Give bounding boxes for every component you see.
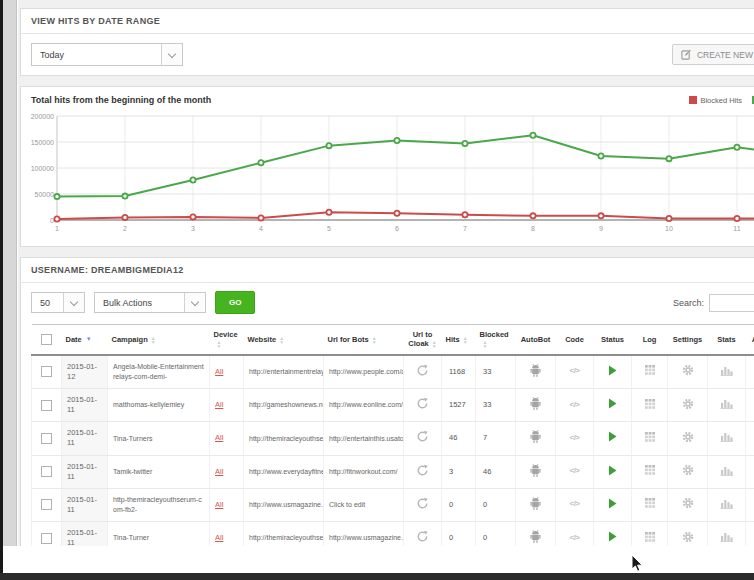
refresh-circle-icon[interactable]	[416, 364, 429, 377]
url-for-bots-cell[interactable]: http://www.usmagazine.c...	[324, 522, 404, 547]
page-size-value: 50	[32, 293, 63, 312]
table-row: 2015-01-11Tina-TurnersAllhttp://themirac…	[32, 422, 754, 455]
column-header-campaign[interactable]: Campaign▲▼	[108, 325, 210, 355]
select-all-checkbox[interactable]	[41, 334, 52, 345]
column-header-url_for_bots[interactable]: Url for Bots▲▼	[324, 325, 404, 355]
play-icon[interactable]	[608, 465, 617, 476]
play-icon[interactable]	[608, 498, 617, 509]
refresh-circle-icon[interactable]	[416, 497, 429, 510]
code-brackets-icon[interactable]: </>	[569, 366, 579, 377]
bar-chart-icon[interactable]	[720, 531, 733, 542]
url-for-bots-cell[interactable]: http://www.eonline.com/n...	[324, 389, 404, 422]
bar-chart-icon[interactable]	[720, 365, 733, 376]
device-link[interactable]: All	[215, 467, 223, 476]
website-cell[interactable]: http://gameshownews.net	[244, 389, 324, 422]
android-robot-icon[interactable]	[529, 363, 542, 378]
website-cell[interactable]: http://themiracleyouthser...	[244, 522, 324, 547]
search-input[interactable]	[709, 294, 754, 312]
refresh-circle-icon[interactable]	[416, 464, 429, 477]
table-toolbar: 50 Bulk Actions GO Search:	[21, 283, 754, 320]
gear-icon[interactable]	[682, 431, 694, 443]
blocked-cell: 0	[476, 488, 516, 521]
create-new-campaign-button[interactable]: CREATE NEW CAMPAIGN	[672, 44, 754, 65]
table-row: 2015-01-11http-themiracleyouthserum-com-…	[32, 488, 754, 521]
bulk-actions-select[interactable]: Bulk Actions	[94, 292, 206, 313]
refresh-circle-icon[interactable]	[416, 430, 429, 443]
bar-chart-icon[interactable]	[720, 465, 733, 476]
svg-text:8: 8	[531, 225, 535, 232]
refresh-circle-icon[interactable]	[416, 530, 429, 543]
website-cell[interactable]: http://www.usmagazine.c...	[244, 488, 324, 521]
play-icon[interactable]	[608, 431, 617, 442]
website-cell[interactable]: http://themiracleyouthser...	[244, 422, 324, 455]
grid-log-icon[interactable]	[644, 364, 656, 376]
android-robot-icon[interactable]	[529, 463, 542, 478]
code-brackets-icon[interactable]: </>	[569, 466, 579, 477]
chevron-down-icon	[70, 297, 78, 305]
code-brackets-icon[interactable]: </>	[569, 433, 579, 444]
gear-icon[interactable]	[682, 497, 694, 509]
gear-icon[interactable]	[682, 364, 694, 376]
campaigns-table: Date▼Campaign▲▼Device▲▼Website▲▼Url for …	[31, 324, 754, 546]
bar-chart-icon[interactable]	[720, 431, 733, 442]
grid-log-icon[interactable]	[644, 398, 656, 410]
device-link[interactable]: All	[215, 500, 223, 509]
website-cell[interactable]: http://www.everydayfitnes...	[244, 455, 324, 488]
device-link[interactable]: All	[215, 400, 223, 409]
date-cell: 2015-01-11	[62, 422, 108, 455]
go-button[interactable]: GO	[215, 291, 255, 314]
campaign-cell: Tina-Turners	[108, 422, 210, 455]
column-header-date[interactable]: Date▼	[62, 325, 108, 355]
blocked-cell: 33	[476, 355, 516, 389]
device-link[interactable]: All	[215, 367, 223, 376]
website-cell[interactable]: http://entertainmentrelays...	[244, 355, 324, 389]
column-header-website[interactable]: Website▲▼	[244, 325, 324, 355]
row-checkbox[interactable]	[41, 499, 52, 510]
url-for-bots-cell[interactable]: http://entertainthis.usatod...	[324, 422, 404, 455]
android-robot-icon[interactable]	[529, 529, 542, 544]
grid-log-icon[interactable]	[644, 497, 656, 509]
row-checkbox[interactable]	[41, 366, 52, 377]
campaign-cell: Angela-Mobile-Entertainmentrelays-com-de…	[108, 355, 210, 389]
row-checkbox[interactable]	[41, 533, 52, 544]
code-brackets-icon[interactable]: </>	[569, 499, 579, 510]
page: VIEW HITS BY DATE RANGE Today CREATE NEW…	[0, 0, 754, 580]
column-header-stats: Stats	[708, 325, 746, 355]
row-checkbox[interactable]	[41, 433, 52, 444]
play-icon[interactable]	[608, 365, 617, 376]
svg-text:5: 5	[327, 225, 331, 232]
gear-icon[interactable]	[682, 531, 694, 543]
url-for-bots-cell[interactable]: http://fitnworkout.com/	[324, 455, 404, 488]
android-robot-icon[interactable]	[529, 496, 542, 511]
grid-log-icon[interactable]	[644, 464, 656, 476]
bar-chart-icon[interactable]	[720, 498, 733, 509]
gear-icon[interactable]	[682, 464, 694, 476]
column-header-device[interactable]: Device▲▼	[210, 325, 244, 355]
device-link[interactable]: All	[215, 433, 223, 442]
column-header-url_to_cloak[interactable]: Url to Cloak▲▼	[404, 325, 442, 355]
url-for-bots-cell[interactable]: Click to edit	[324, 488, 404, 521]
bar-chart-icon[interactable]	[720, 398, 733, 409]
grid-log-icon[interactable]	[644, 531, 656, 543]
code-brackets-icon[interactable]: </>	[569, 400, 579, 411]
row-checkbox[interactable]	[41, 400, 52, 411]
play-icon[interactable]	[608, 531, 617, 542]
code-brackets-icon[interactable]: </>	[569, 533, 579, 544]
play-icon[interactable]	[608, 398, 617, 409]
gear-icon[interactable]	[682, 398, 694, 410]
date-range-select[interactable]: Today	[31, 43, 183, 66]
row-checkbox[interactable]	[41, 466, 52, 477]
android-robot-icon[interactable]	[529, 429, 542, 444]
url-for-bots-cell[interactable]: http://www.people.com/ar...	[324, 355, 404, 389]
android-robot-icon[interactable]	[529, 396, 542, 411]
legend-item: Blocked Hits	[689, 96, 742, 105]
page-size-select[interactable]: 50	[31, 292, 85, 313]
sort-desc-icon: ▼	[86, 336, 92, 342]
device-link[interactable]: All	[215, 533, 223, 542]
search-label: Search:	[673, 298, 704, 308]
svg-text:100000: 100000	[31, 165, 54, 172]
column-header-hits[interactable]: Hits▲▼	[442, 325, 476, 355]
column-header-blocked[interactable]: Blocked▲▼	[476, 325, 516, 355]
refresh-circle-icon[interactable]	[416, 397, 429, 410]
grid-log-icon[interactable]	[644, 431, 656, 443]
